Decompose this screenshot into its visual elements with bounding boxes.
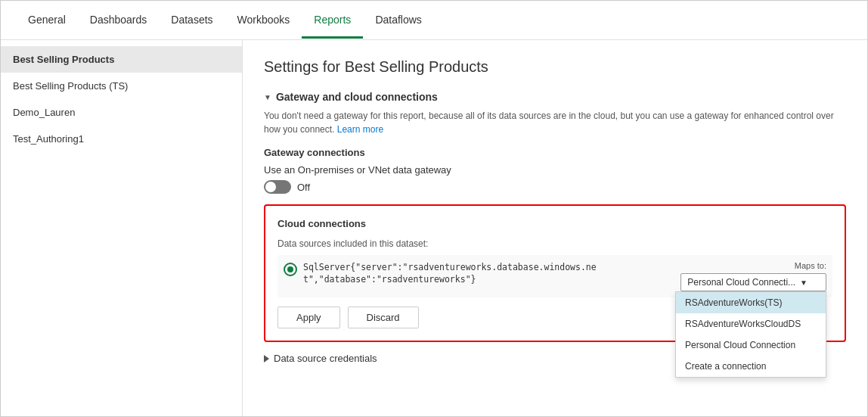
sidebar: Best Selling Products Best Selling Produ… — [1, 40, 243, 416]
maps-to-label: Maps to: — [795, 261, 826, 270]
connection-dropdown-menu: RSAdventureWorks(TS) RSAdventureWorksClo… — [675, 291, 826, 378]
dropdown-option-personal-cloud[interactable]: Personal Cloud Connection — [676, 335, 826, 356]
sidebar-item-demo-lauren[interactable]: Demo_Lauren — [1, 99, 242, 126]
cloud-connections-title: Cloud connections — [277, 218, 832, 229]
maps-to-column: Maps to: Personal Cloud Connecti... ▼ RS… — [680, 261, 826, 291]
nav-general[interactable]: General — [16, 3, 78, 39]
sidebar-item-test-authoring[interactable]: Test_Authoring1 — [1, 126, 242, 152]
toggle-state-label: Off — [297, 182, 310, 193]
dropdown-chevron-icon: ▼ — [800, 279, 808, 287]
gateway-section-header: ▼ Gateway and cloud connections — [264, 91, 846, 103]
dropdown-option-rsadventureworks-ts[interactable]: RSAdventureWorks(TS) — [676, 292, 826, 313]
content-area: Best Selling Products Best Selling Produ… — [1, 40, 867, 416]
connection-dropdown-value: Personal Cloud Connecti... — [687, 277, 795, 288]
datasource-row: SqlServer{"server":"rsadventureworks.dat… — [277, 255, 832, 297]
page-title: Settings for Best Selling Products — [264, 58, 846, 76]
dropdown-option-create-connection[interactable]: Create a connection — [676, 356, 826, 377]
discard-button[interactable]: Discard — [348, 307, 419, 328]
dropdown-option-rsadventureworks-cloud[interactable]: RSAdventureWorksCloudDS — [676, 313, 826, 335]
gateway-description: You don't need a gateway for this report… — [264, 109, 846, 136]
gateway-section: ▼ Gateway and cloud connections You don'… — [264, 91, 846, 364]
datasource-label: Data sources included in this dataset: — [277, 238, 832, 249]
gateway-toggle-label: Use an On-premises or VNet data gateway — [264, 164, 451, 176]
connection-dropdown-container: Personal Cloud Connecti... ▼ RSAdventure… — [680, 273, 826, 291]
nav-datasets[interactable]: Datasets — [159, 3, 225, 39]
nav-reports[interactable]: Reports — [302, 3, 363, 39]
sidebar-item-best-selling-ts[interactable]: Best Selling Products (TS) — [1, 73, 242, 99]
connection-dropdown[interactable]: Personal Cloud Connecti... ▼ — [680, 273, 826, 291]
gateway-connections-title: Gateway connections — [264, 147, 846, 158]
datasource-check-icon — [284, 263, 297, 276]
toggle-row: Off — [264, 180, 846, 194]
nav-dataflows[interactable]: Dataflows — [363, 3, 433, 39]
main-content: Settings for Best Selling Products ▼ Gat… — [243, 40, 867, 416]
gateway-section-title: Gateway and cloud connections — [276, 91, 438, 103]
datasource-text: SqlServer{"server":"rsadventureworks.dat… — [303, 261, 674, 285]
datasource-check-inner — [287, 266, 293, 272]
collapse-triangle-icon[interactable]: ▼ — [264, 93, 271, 101]
expand-triangle-icon — [264, 355, 269, 363]
sidebar-item-best-selling[interactable]: Best Selling Products — [1, 46, 242, 73]
gateway-toggle[interactable] — [264, 180, 291, 194]
nav-workbooks[interactable]: Workbooks — [225, 3, 302, 39]
datasource-credentials-label: Data source credentials — [274, 353, 377, 364]
top-navigation: General Dashboards Datasets Workbooks Re… — [1, 1, 867, 40]
cloud-connections-box: Cloud connections Data sources included … — [264, 204, 846, 342]
learn-more-link[interactable]: Learn more — [337, 124, 383, 135]
nav-dashboards[interactable]: Dashboards — [78, 3, 160, 39]
toggle-knob — [265, 182, 276, 192]
gateway-toggle-row: Use an On-premises or VNet data gateway — [264, 164, 846, 176]
apply-button[interactable]: Apply — [277, 307, 340, 328]
